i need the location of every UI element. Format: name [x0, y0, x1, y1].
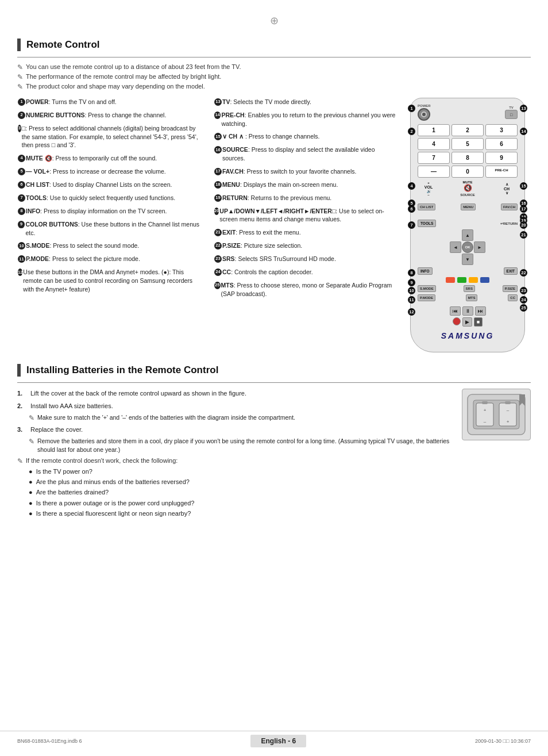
remote-label-22: 22 [520, 269, 527, 277]
num-circle-24: 24 [214, 268, 222, 276]
svg-rect-7 [505, 401, 511, 404]
remote-return-icon: ↩RETURN [500, 221, 518, 225]
remote-vol-label: VOL [424, 185, 433, 189]
num-circle-9: 9 [18, 221, 25, 228]
section-bar [17, 39, 21, 51]
desc-item-13: 13 TV: Selects the TV mode directly. [214, 98, 399, 106]
num-circle-14: 14 [214, 112, 221, 119]
sub-note-3: ✎ Remove the batteries and store them in… [29, 437, 450, 454]
note-text-3: The product color and shape may vary dep… [26, 83, 205, 90]
desc-text-5: — VOL+: Press to increase or decrease th… [26, 167, 166, 176]
desc-item-5: 5 — VOL+: Press to increase or decrease … [17, 167, 202, 176]
desc-text-15: ∨ CH ∧ : Press to change channels. [222, 132, 320, 141]
desc-item-22: 22 P.SIZE: Picture size selection. [214, 241, 399, 250]
remote-rewind-btn: ⏮ [450, 306, 461, 316]
desc-text-24: CC: Controls the caption decoder. [222, 268, 313, 277]
remote-down-btn: ▼ [462, 254, 473, 265]
bullet-1: ● Is the TV power on? [29, 467, 450, 476]
remote-label-21: 21 [520, 231, 527, 239]
svg-text:–: – [507, 408, 510, 413]
remote-green-btn [457, 277, 466, 283]
remote-label-24: 24 [520, 296, 527, 304]
desc-item-16: 16 SOURCE: Press to display and select t… [214, 145, 399, 162]
btn-5: 5 [451, 138, 484, 150]
step-num-2: 2. [17, 401, 26, 411]
remote-label-20: 20 [520, 221, 527, 229]
desc-item-4: 4 MUTE 🔇: Press to temporarily cut off t… [17, 154, 202, 163]
num-circle-3: 3 [18, 125, 21, 132]
power-text: POWER [418, 104, 431, 108]
desc-text-14: PRE-CH: Enables you to return to the pre… [221, 111, 399, 128]
section1-title: Remote Control [26, 39, 100, 51]
btn-6: 6 [485, 138, 518, 150]
battery-image: + – – + [462, 389, 531, 440]
note-icon-3: ✎ [17, 83, 23, 91]
desc-col-left: 1 POWER: Turns the TV on and off. 2 NUME… [17, 98, 202, 303]
remote-cc-btn: CC [508, 294, 518, 301]
desc-item-18: 18 MENU: Displays the main on-screen men… [214, 181, 399, 189]
remote-label-14: 14 [520, 128, 527, 135]
num-circle-20: 20 [214, 208, 219, 215]
num-circle-21: 21 [214, 229, 222, 236]
desc-text-20: UP▲/DOWN▼/LEFT◄/RIGHT►/ENTER□: Use to se… [219, 207, 399, 224]
num-circle-4: 4 [18, 155, 25, 162]
remote-vol-minus: – [427, 193, 429, 197]
remote-ch-down: ∨ [505, 191, 508, 195]
num-circle-7: 7 [18, 194, 25, 202]
remote-vol-plus: + [427, 181, 430, 185]
remote-forward-btn: ⏭ [475, 306, 486, 316]
remote-label-25: 25 [520, 304, 527, 312]
desc-item-3: 3 □: Press to select additional channels… [17, 124, 202, 149]
remote-psize-btn: P.SIZE [503, 285, 518, 292]
btn-prech: PRE-CH [485, 166, 518, 178]
remote-pause-btn: ⏸ [462, 306, 473, 316]
num-circle-16: 16 [214, 146, 222, 153]
main-content: 1 POWER: Turns the TV on and off. 2 NUME… [17, 98, 531, 352]
bullet-text-5: Is there a special fluorescent light or … [36, 509, 191, 518]
num-circle-6: 6 [18, 181, 25, 189]
desc-item-7: 7 TOOLS: Use to quickly select frequentl… [17, 194, 202, 202]
desc-item-2: 2 NUMERIC BUTTONS: Press to change the c… [17, 111, 202, 120]
remote-label-11: 11 [408, 296, 415, 304]
btn-0: 0 [451, 166, 484, 178]
battery-svg: + – – + [465, 392, 528, 438]
desc-item-25: 25 MTS: Press to choose stereo, mono or … [214, 281, 399, 298]
tv-button: □ [505, 110, 518, 119]
desc-text-8: INFO: Press to display information on th… [26, 207, 167, 216]
desc-text-21: EXIT: Press to exit the menu. [222, 228, 301, 237]
btn-7: 7 [418, 152, 450, 164]
remote-stop-btn: ■ [474, 317, 483, 327]
desc-item-8: 8 INFO: Press to display information on … [17, 207, 202, 216]
desc-text-11: P.MODE: Press to select the picture mode… [26, 255, 140, 263]
remote-red-btn [446, 277, 455, 283]
desc-text-9: COLOR BUTTONS: Use these buttons in the … [25, 220, 202, 237]
num-circle-15: 15 [214, 133, 222, 140]
bottom-note-text: If the remote control doesn't work, chec… [26, 457, 177, 464]
desc-text-6: CH LIST: Used to display Channel Lists o… [26, 181, 172, 189]
desc-item-1: 1 POWER: Turns the TV on and off. [17, 98, 202, 106]
remote-srs-btn: SRS [464, 285, 475, 292]
sub-note-2: ✎ Make sure to match the '+' and '–' end… [29, 413, 450, 423]
desc-text-4: MUTE 🔇: Press to temporarily cut off the… [26, 154, 157, 163]
remote-yellow-btn [469, 277, 478, 283]
desc-item-20: 20 UP▲/DOWN▼/LEFT◄/RIGHT►/ENTER□: Use to… [214, 207, 399, 224]
remote-smode-btn: S.MODE [418, 285, 436, 292]
remote-record-btn [453, 317, 461, 325]
number-grid: 1 2 3 4 5 6 7 8 9 — 0 PRE-CH [418, 124, 518, 178]
remote-drawing: 1 POWER TV □ 13 2 [410, 98, 525, 352]
svg-text:–: – [484, 419, 487, 424]
remote-blue-btn [480, 277, 489, 283]
remote-label-13: 13 [520, 105, 527, 112]
num-circle-10: 10 [18, 242, 25, 250]
step-text-1: Lift the cover at the back of the remote… [30, 389, 246, 398]
desc-item-23: 23 SRS: Selects SRS TruSurround HD mode. [214, 255, 399, 263]
desc-item-15: 15 ∨ CH ∧ : Press to change channels. [214, 132, 399, 141]
num-circle-8: 8 [18, 208, 25, 215]
remote-label-9: 9 [408, 279, 415, 286]
num-circle-13: 13 [214, 98, 222, 106]
footer-left: BN68-01883A-01Eng.indb 6 [17, 738, 82, 744]
desc-item-10: 10 S.MODE: Press to select the sound mod… [17, 241, 202, 250]
remote-mute-icon: 🔇 [464, 184, 472, 192]
remote-tools-btn: TOOLS [418, 220, 436, 227]
sub-note-icon-3: ✎ [29, 437, 34, 454]
